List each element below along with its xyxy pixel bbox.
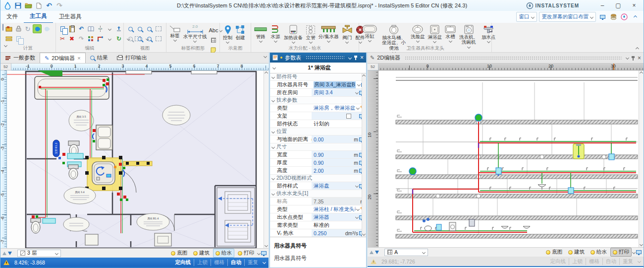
- status-overflow-icon[interactable]: [263, 261, 266, 264]
- water-mode-alt-icon[interactable]: [42, 24, 51, 33]
- redo-icon[interactable]: ↷: [55, 1, 63, 9]
- new-file-icon[interactable]: [35, 1, 43, 9]
- section-canvas[interactable]: [378, 70, 639, 247]
- diagnostics-icon[interactable]: [4, 24, 13, 33]
- plan-v-scrollbar[interactable]: [264, 70, 268, 248]
- copy-results-icon[interactable]: [14, 34, 23, 43]
- washbasin-button[interactable]: 洗脸盆: [410, 24, 426, 43]
- section-h-ruler[interactable]: 0102030: [378, 64, 644, 70]
- layer-toggle-building[interactable]: 建筑: [191, 249, 212, 258]
- pipes-button[interactable]: 管路: [253, 24, 268, 43]
- plan-v-ruler[interactable]: 0-1-2-3-4-5-6-7: [0, 70, 7, 248]
- ruler-origin-box[interactable]: 52: [368, 64, 378, 70]
- delete-icon[interactable]: ✖: [67, 34, 76, 43]
- layer-toggle-basemap[interactable]: 底图: [168, 249, 190, 258]
- panel-close-icon[interactable]: ×: [360, 54, 364, 61]
- app-logo-icon[interactable]: [3, 1, 11, 9]
- toggle-auto[interactable]: 自动: [228, 259, 245, 266]
- layer-toggle-print[interactable]: 打印: [610, 248, 632, 257]
- section-view-style[interactable]: 2D/3D视图样式: [270, 175, 366, 182]
- layer-toggle-building[interactable]: 建筑: [566, 248, 587, 257]
- zoom-selection-icon[interactable]: [154, 24, 163, 33]
- rotate-icon[interactable]: ↻: [114, 34, 123, 43]
- plan-h-ruler[interactable]: -1012345678: [11, 64, 268, 70]
- ruler-tools-icon[interactable]: [4, 34, 13, 43]
- layer-toggle-water[interactable]: 给水: [213, 249, 234, 258]
- water-source-button[interactable]: 水源: [269, 24, 282, 43]
- book-pages-icon[interactable]: [86, 24, 95, 33]
- copy-icon[interactable]: [58, 24, 67, 33]
- section-position[interactable]: 位置: [270, 128, 366, 135]
- warning-icon[interactable]: [3, 260, 9, 265]
- bathtub-button[interactable]: 浴缸: [361, 24, 378, 42]
- cut-icon[interactable]: ✂: [58, 34, 67, 43]
- toggle-lock[interactable]: 上锁: [569, 258, 586, 265]
- layer-overflow-icon[interactable]: [257, 251, 261, 255]
- section-symbols[interactable]: 部件符号: [270, 73, 366, 81]
- array-icon[interactable]: [86, 34, 95, 43]
- toggle-ortho[interactable]: 定向线: [547, 258, 570, 265]
- pin-icon[interactable]: [354, 55, 358, 60]
- collapse-titlebar-icon[interactable]: [631, 12, 640, 21]
- tab-overflow-icon[interactable]: [264, 55, 267, 58]
- toggle-grid[interactable]: 栅格: [586, 258, 603, 265]
- tab-sanitary[interactable]: 卫生器具: [53, 11, 88, 23]
- undo-icon[interactable]: ↶: [77, 24, 86, 33]
- minimize-button[interactable]: –: [595, 1, 610, 10]
- manifold-button[interactable]: 分/集水器: [318, 24, 340, 43]
- display-settings-icon[interactable]: [261, 251, 267, 255]
- window-menu-button[interactable]: 窗口: [516, 12, 537, 22]
- toggle-repeat[interactable]: 重复: [245, 259, 261, 266]
- tab-file[interactable]: 文件: [0, 11, 24, 23]
- section-selector[interactable]: A: [384, 249, 428, 256]
- ruler-origin-box[interactable]: 52: [0, 64, 11, 70]
- print-layers-icon[interactable]: [609, 12, 618, 21]
- table-icon[interactable]: [209, 36, 218, 45]
- riser-button[interactable]: 立管: [305, 24, 317, 44]
- zoom-in-icon[interactable]: [126, 24, 135, 33]
- control-button[interactable]: 控制: [222, 24, 233, 44]
- toggle-grid[interactable]: 栅格: [211, 259, 228, 266]
- layer-toggle-water[interactable]: 给水: [588, 248, 609, 257]
- section-v-ruler[interactable]: 1020: [368, 70, 378, 247]
- mirror-more-icon[interactable]: [105, 24, 114, 33]
- toggle-repeat[interactable]: 重复: [620, 258, 636, 265]
- layer-toggle-print[interactable]: 打印: [235, 249, 257, 258]
- display-settings-icon[interactable]: [636, 250, 642, 254]
- panel-menu-icon[interactable]: [348, 56, 352, 59]
- floor-plan-canvas[interactable]: a: [7, 70, 264, 248]
- section-dimensions[interactable]: 尺寸: [270, 143, 366, 151]
- open-folder-icon[interactable]: [24, 1, 32, 9]
- water-supply-mode-icon[interactable]: [33, 24, 42, 33]
- toggle-auto[interactable]: 自动: [603, 258, 620, 265]
- view-frame-icon[interactable]: [154, 34, 163, 43]
- section-panel-header[interactable]: ✎ 2D编辑器 ×: [368, 53, 644, 64]
- mirror-icon[interactable]: [96, 24, 105, 33]
- tab-general-params[interactable]: 一般参数: [0, 53, 40, 63]
- bracket-checkbox[interactable]: [346, 114, 351, 119]
- paste-icon[interactable]: [67, 24, 76, 33]
- storey-down-icon[interactable]: [8, 252, 12, 255]
- zoom-out-icon[interactable]: [135, 24, 144, 33]
- toggle-ortho[interactable]: 定向线: [172, 259, 195, 266]
- section-supply-tap[interactable]: 供水水龙头[1]: [270, 190, 366, 198]
- monitor-layout-icon[interactable]: [598, 12, 607, 21]
- move-more-icon[interactable]: [105, 34, 114, 43]
- sink-button[interactable]: 水槽: [444, 24, 457, 43]
- tab-main-tools[interactable]: 主工具: [24, 10, 53, 23]
- pan-view-icon[interactable]: [126, 34, 135, 43]
- zoom-previous-icon[interactable]: [145, 34, 154, 43]
- screen-layout-button[interactable]: 更改屏幕的窗口布置: [539, 12, 596, 22]
- tab-close-icon[interactable]: ×: [77, 55, 80, 61]
- ribbon-collapse-icon[interactable]: [636, 45, 639, 51]
- panel-close-icon[interactable]: ×: [638, 55, 641, 62]
- undo-icon[interactable]: ↶: [45, 1, 53, 9]
- create-button[interactable]: 创建: [234, 24, 246, 41]
- insert-object-icon[interactable]: [114, 24, 123, 33]
- horizontal-dimension-button[interactable]: 2.0 水平尺寸线: [182, 24, 208, 43]
- section-technical[interactable]: 技术参数: [270, 97, 366, 104]
- storey-up-icon[interactable]: [2, 252, 6, 255]
- theme-droplet-icon[interactable]: [620, 12, 629, 21]
- status-overflow-icon[interactable]: [638, 260, 641, 263]
- layer-toggle-basemap[interactable]: 底图: [543, 248, 565, 257]
